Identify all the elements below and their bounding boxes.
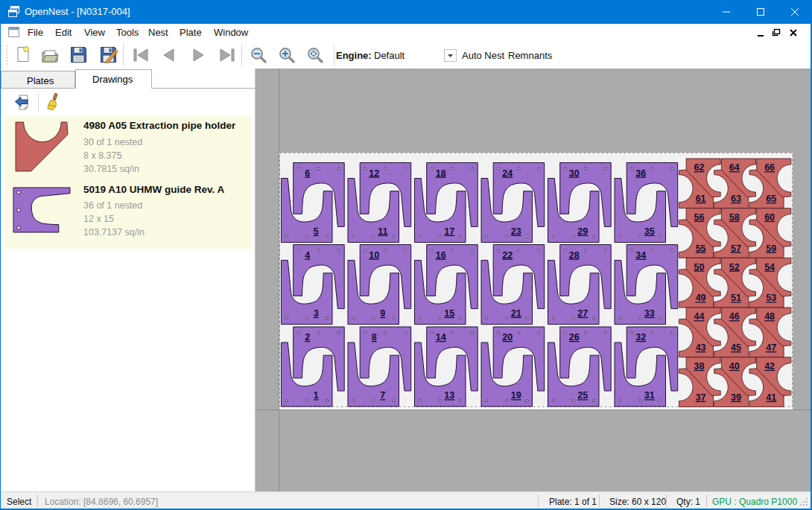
svg-text:56: 56: [694, 212, 705, 223]
svg-text:66: 66: [764, 162, 775, 173]
svg-text:11: 11: [378, 226, 387, 237]
svg-text:28: 28: [569, 250, 580, 261]
svg-text:44: 44: [694, 311, 705, 322]
svg-text:15: 15: [444, 308, 454, 319]
svg-text:22: 22: [502, 250, 513, 261]
svg-text:61: 61: [696, 194, 706, 204]
svg-text:4: 4: [305, 250, 310, 261]
svg-text:5: 5: [314, 226, 319, 237]
svg-text:64: 64: [729, 162, 740, 173]
svg-text:23: 23: [511, 226, 521, 237]
svg-text:34: 34: [635, 250, 646, 261]
svg-text:63: 63: [731, 194, 741, 204]
svg-text:25: 25: [577, 390, 588, 401]
svg-text:55: 55: [696, 243, 706, 254]
svg-text:21: 21: [511, 308, 521, 319]
svg-text:53: 53: [766, 293, 776, 303]
svg-text:41: 41: [766, 392, 776, 403]
svg-text:43: 43: [696, 342, 706, 353]
svg-text:40: 40: [729, 361, 740, 372]
svg-text:52: 52: [729, 262, 740, 272]
svg-text:19: 19: [511, 390, 521, 401]
svg-text:7: 7: [380, 390, 385, 401]
svg-text:26: 26: [569, 332, 580, 342]
svg-text:32: 32: [635, 332, 646, 342]
svg-text:3: 3: [314, 308, 319, 319]
svg-text:49: 49: [696, 293, 706, 303]
svg-text:29: 29: [577, 226, 588, 237]
svg-text:54: 54: [764, 262, 775, 272]
svg-text:1: 1: [314, 390, 319, 401]
svg-text:58: 58: [729, 212, 740, 223]
svg-text:57: 57: [731, 243, 741, 254]
svg-text:60: 60: [764, 212, 775, 223]
svg-text:6: 6: [305, 168, 310, 179]
svg-text:42: 42: [764, 361, 775, 372]
svg-text:13: 13: [444, 390, 454, 401]
svg-text:18: 18: [436, 168, 446, 179]
svg-text:10: 10: [369, 250, 379, 261]
svg-text:51: 51: [731, 293, 741, 303]
svg-text:45: 45: [731, 342, 741, 353]
svg-text:20: 20: [502, 332, 513, 342]
svg-text:2: 2: [305, 332, 310, 342]
svg-text:16: 16: [436, 250, 446, 261]
svg-text:62: 62: [694, 162, 705, 173]
svg-text:36: 36: [635, 168, 646, 179]
svg-text:27: 27: [577, 308, 588, 319]
svg-text:17: 17: [444, 226, 454, 237]
svg-text:31: 31: [644, 390, 655, 401]
svg-text:24: 24: [502, 168, 513, 179]
svg-text:59: 59: [766, 243, 776, 254]
svg-text:50: 50: [694, 262, 705, 272]
svg-text:46: 46: [729, 311, 740, 322]
svg-text:12: 12: [369, 168, 379, 179]
svg-text:9: 9: [380, 308, 385, 319]
svg-text:65: 65: [766, 194, 776, 204]
svg-text:38: 38: [694, 361, 705, 372]
svg-text:30: 30: [569, 168, 580, 179]
svg-text:8: 8: [372, 332, 377, 342]
svg-text:35: 35: [644, 226, 655, 237]
svg-text:37: 37: [696, 392, 706, 403]
svg-text:48: 48: [764, 311, 775, 322]
svg-text:14: 14: [436, 332, 446, 342]
svg-text:39: 39: [731, 392, 741, 403]
svg-text:33: 33: [644, 308, 655, 319]
svg-text:47: 47: [766, 342, 776, 353]
